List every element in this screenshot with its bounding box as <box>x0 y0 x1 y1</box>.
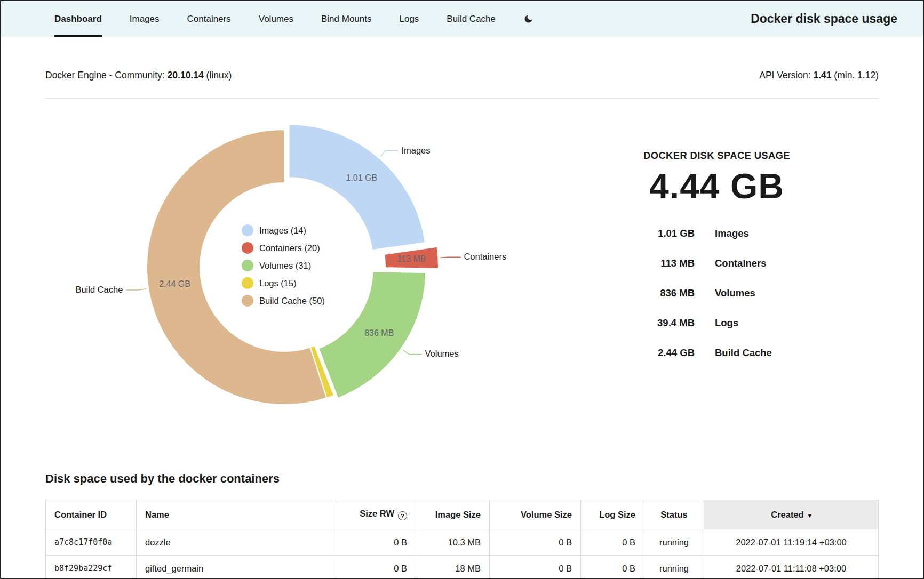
col-header-image-size[interactable]: Image Size <box>416 500 490 529</box>
cell-log-size: 0 B <box>581 556 644 579</box>
tab-containers[interactable]: Containers <box>187 1 231 37</box>
tab-logs[interactable]: Logs <box>399 1 419 37</box>
cell-volume-size: 0 B <box>490 529 581 556</box>
chart-legend: Images (14)Containers (20)Volumes (31)Lo… <box>242 224 325 307</box>
col-header-name[interactable]: Name <box>137 500 336 529</box>
engine-platform: (linux) <box>206 70 232 81</box>
legend-label-containers: Containers (20) <box>259 243 320 253</box>
col-header-status[interactable]: Status <box>644 500 704 529</box>
cell-container-id: b8f29ba229cf <box>46 556 137 579</box>
cell-name: gifted_germain <box>137 556 336 579</box>
cell-status: running <box>644 529 704 556</box>
cell-created: 2022-07-01 11:11:08 +03:00 <box>704 556 879 579</box>
cell-size-rw: 0 B <box>336 529 416 556</box>
legend-label-logs: Logs (15) <box>259 278 297 288</box>
engine-info-row: Docker Engine - Community: 20.10.14 (lin… <box>1 70 923 81</box>
tab-volumes[interactable]: Volumes <box>259 1 293 37</box>
legend-item-containers[interactable]: Containers (20) <box>242 242 325 254</box>
slice-outside-label-volumes: Volumes <box>425 349 459 358</box>
slice-value-label-containers: 113 MB <box>397 254 426 263</box>
legend-item-volumes[interactable]: Volumes (31) <box>242 260 325 271</box>
summary-row: 836 MB Volumes <box>633 287 800 299</box>
containers-table-heading: Disk space used by the docker containers <box>45 472 879 486</box>
col-header-size-rw-label: Size RW <box>360 509 394 518</box>
summary-row: 1.01 GB Images <box>633 228 800 239</box>
cell-log-size: 0 B <box>581 529 644 556</box>
theme-toggle-button[interactable] <box>523 1 533 37</box>
tab-bind-mounts[interactable]: Bind Mounts <box>321 1 372 37</box>
nav-tabs: Dashboard Images Containers Volumes Bind… <box>54 1 533 37</box>
label-leader-line-images <box>380 151 398 157</box>
api-version: 1.41 <box>813 70 831 81</box>
api-info: API Version: 1.41 (min. 1.12) <box>759 70 879 81</box>
api-min-version: (min. 1.12) <box>834 70 879 81</box>
legend-item-images[interactable]: Images (14) <box>242 224 325 236</box>
summary-rows: 1.01 GB Images 113 MB Containers 836 MB … <box>633 228 800 359</box>
engine-info: Docker Engine - Community: 20.10.14 (lin… <box>45 70 232 81</box>
col-header-created[interactable]: Created▾ <box>704 500 879 529</box>
summary-title: DOCKER DISK SPACE USAGE <box>643 150 790 162</box>
tab-build-cache[interactable]: Build Cache <box>447 1 496 37</box>
screen: Dashboard Images Containers Volumes Bind… <box>0 0 924 579</box>
legend-item-logs[interactable]: Logs (15) <box>242 277 325 289</box>
app-title: Docker disk space usage <box>751 12 897 26</box>
legend-label-build-cache: Build Cache (50) <box>259 296 325 306</box>
label-leader-line-build-cache <box>126 289 146 290</box>
cell-size-rw: 0 B <box>336 556 416 579</box>
summary-value: 836 MB <box>633 287 695 299</box>
summary-value: 113 MB <box>633 258 695 269</box>
engine-version: 20.10.14 <box>168 70 204 81</box>
summary-total: 4.44 GB <box>649 166 784 206</box>
disk-usage-section: 1.01 GBImages113 MBContainers836 MBVolum… <box>1 118 923 426</box>
triangle-down-icon: ▾ <box>808 512 811 519</box>
summary-label: Volumes <box>715 287 800 299</box>
summary-label: Containers <box>715 258 800 269</box>
legend-label-images: Images (14) <box>259 226 306 236</box>
cell-container-id: a7c8c17f0f0a <box>46 529 137 556</box>
legend-label-volumes: Volumes (31) <box>259 261 311 271</box>
navbar: Dashboard Images Containers Volumes Bind… <box>1 1 923 37</box>
question-circle-icon[interactable]: ? <box>398 511 407 520</box>
containers-table: Container ID Name Size RW? Image Size Vo… <box>45 500 879 579</box>
table-header-row: Container ID Name Size RW? Image Size Vo… <box>46 500 879 529</box>
container-row: a7c8c17f0f0a dozzle 0 B 10.3 MB 0 B 0 B … <box>46 529 879 556</box>
summary-row: 2.44 GB Build Cache <box>633 347 800 359</box>
moon-icon <box>523 14 533 24</box>
legend-swatch-volumes <box>242 260 253 271</box>
legend-swatch-logs <box>242 277 253 289</box>
donut-chart: 1.01 GBImages113 MBContainers836 MBVolum… <box>45 118 555 426</box>
legend-item-build-cache[interactable]: Build Cache (50) <box>242 295 325 307</box>
disk-usage-summary: DOCKER DISK SPACE USAGE 4.44 GB 1.01 GB … <box>555 118 879 426</box>
engine-label: Docker Engine - Community: <box>45 70 165 81</box>
col-header-container-id[interactable]: Container ID <box>46 500 137 529</box>
col-header-log-size[interactable]: Log Size <box>581 500 644 529</box>
summary-value: 1.01 GB <box>633 228 695 239</box>
col-header-created-label: Created <box>771 510 803 519</box>
containers-table-body: a7c8c17f0f0a dozzle 0 B 10.3 MB 0 B 0 B … <box>46 529 879 579</box>
divider <box>45 98 879 99</box>
cell-created: 2022-07-01 11:19:14 +03:00 <box>704 529 879 556</box>
slice-value-label-build-cache: 2.44 GB <box>159 279 190 288</box>
summary-row: 39.4 MB Logs <box>633 317 800 329</box>
tab-images[interactable]: Images <box>130 1 160 37</box>
summary-label: Build Cache <box>715 347 800 359</box>
col-header-volume-size[interactable]: Volume Size <box>490 500 581 529</box>
summary-value: 39.4 MB <box>633 317 695 329</box>
summary-label: Logs <box>715 317 800 329</box>
legend-swatch-containers <box>242 242 253 254</box>
col-header-size-rw[interactable]: Size RW? <box>336 500 416 529</box>
slice-value-label-images: 1.01 GB <box>346 173 377 182</box>
slice-value-label-volumes: 836 MB <box>364 328 394 337</box>
slice-outside-label-build-cache: Build Cache <box>75 285 123 294</box>
api-label: API Version: <box>759 70 810 81</box>
container-row: b8f29ba229cf gifted_germain 0 B 18 MB 0 … <box>46 556 879 579</box>
containers-table-section: Disk space used by the docker containers… <box>1 472 923 579</box>
legend-swatch-build-cache <box>242 295 253 307</box>
cell-status: running <box>644 556 704 579</box>
cell-image-size: 10.3 MB <box>416 529 490 556</box>
cell-image-size: 18 MB <box>416 556 490 579</box>
summary-row: 113 MB Containers <box>633 258 800 269</box>
cell-name: dozzle <box>137 529 336 556</box>
summary-value: 2.44 GB <box>633 347 695 359</box>
tab-dashboard[interactable]: Dashboard <box>54 1 102 37</box>
